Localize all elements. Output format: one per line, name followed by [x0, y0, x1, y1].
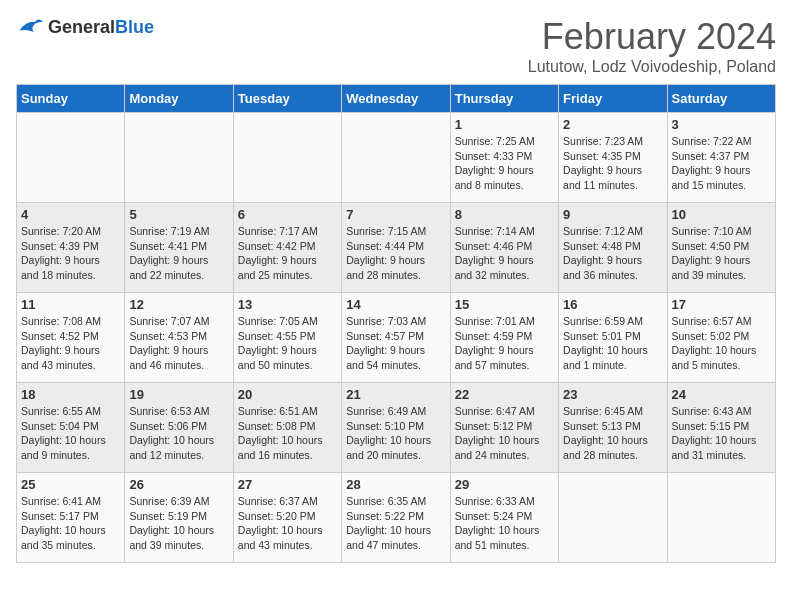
logo: GeneralBlue	[16, 16, 154, 38]
calendar-cell: 8Sunrise: 7:14 AM Sunset: 4:46 PM Daylig…	[450, 203, 558, 293]
day-info: Sunrise: 7:10 AM Sunset: 4:50 PM Dayligh…	[672, 224, 771, 283]
location-subtitle: Lututow, Lodz Voivodeship, Poland	[528, 58, 776, 76]
calendar-cell: 6Sunrise: 7:17 AM Sunset: 4:42 PM Daylig…	[233, 203, 341, 293]
calendar-cell: 26Sunrise: 6:39 AM Sunset: 5:19 PM Dayli…	[125, 473, 233, 563]
calendar-body: 1Sunrise: 7:25 AM Sunset: 4:33 PM Daylig…	[17, 113, 776, 563]
calendar-table: SundayMondayTuesdayWednesdayThursdayFrid…	[16, 84, 776, 563]
day-number: 22	[455, 387, 554, 402]
logo-general: General	[48, 17, 115, 37]
day-info: Sunrise: 7:23 AM Sunset: 4:35 PM Dayligh…	[563, 134, 662, 193]
day-number: 17	[672, 297, 771, 312]
calendar-cell: 1Sunrise: 7:25 AM Sunset: 4:33 PM Daylig…	[450, 113, 558, 203]
day-number: 5	[129, 207, 228, 222]
day-number: 6	[238, 207, 337, 222]
calendar-cell: 20Sunrise: 6:51 AM Sunset: 5:08 PM Dayli…	[233, 383, 341, 473]
day-info: Sunrise: 7:05 AM Sunset: 4:55 PM Dayligh…	[238, 314, 337, 373]
day-number: 16	[563, 297, 662, 312]
calendar-week-row: 11Sunrise: 7:08 AM Sunset: 4:52 PM Dayli…	[17, 293, 776, 383]
title-area: February 2024 Lututow, Lodz Voivodeship,…	[528, 16, 776, 76]
calendar-cell: 29Sunrise: 6:33 AM Sunset: 5:24 PM Dayli…	[450, 473, 558, 563]
calendar-cell: 17Sunrise: 6:57 AM Sunset: 5:02 PM Dayli…	[667, 293, 775, 383]
day-number: 27	[238, 477, 337, 492]
logo-blue: Blue	[115, 17, 154, 37]
day-info: Sunrise: 7:17 AM Sunset: 4:42 PM Dayligh…	[238, 224, 337, 283]
day-number: 29	[455, 477, 554, 492]
day-info: Sunrise: 6:57 AM Sunset: 5:02 PM Dayligh…	[672, 314, 771, 373]
calendar-cell: 14Sunrise: 7:03 AM Sunset: 4:57 PM Dayli…	[342, 293, 450, 383]
day-number: 20	[238, 387, 337, 402]
day-info: Sunrise: 6:37 AM Sunset: 5:20 PM Dayligh…	[238, 494, 337, 553]
day-info: Sunrise: 7:20 AM Sunset: 4:39 PM Dayligh…	[21, 224, 120, 283]
day-number: 26	[129, 477, 228, 492]
day-number: 18	[21, 387, 120, 402]
day-of-week-header: Saturday	[667, 85, 775, 113]
calendar-cell: 19Sunrise: 6:53 AM Sunset: 5:06 PM Dayli…	[125, 383, 233, 473]
day-number: 1	[455, 117, 554, 132]
day-info: Sunrise: 6:41 AM Sunset: 5:17 PM Dayligh…	[21, 494, 120, 553]
day-info: Sunrise: 7:12 AM Sunset: 4:48 PM Dayligh…	[563, 224, 662, 283]
day-info: Sunrise: 7:14 AM Sunset: 4:46 PM Dayligh…	[455, 224, 554, 283]
day-info: Sunrise: 7:07 AM Sunset: 4:53 PM Dayligh…	[129, 314, 228, 373]
calendar-week-row: 18Sunrise: 6:55 AM Sunset: 5:04 PM Dayli…	[17, 383, 776, 473]
day-number: 13	[238, 297, 337, 312]
day-of-week-header: Thursday	[450, 85, 558, 113]
day-info: Sunrise: 7:03 AM Sunset: 4:57 PM Dayligh…	[346, 314, 445, 373]
day-number: 9	[563, 207, 662, 222]
day-number: 19	[129, 387, 228, 402]
calendar-cell: 12Sunrise: 7:07 AM Sunset: 4:53 PM Dayli…	[125, 293, 233, 383]
calendar-cell: 27Sunrise: 6:37 AM Sunset: 5:20 PM Dayli…	[233, 473, 341, 563]
calendar-cell: 25Sunrise: 6:41 AM Sunset: 5:17 PM Dayli…	[17, 473, 125, 563]
day-number: 21	[346, 387, 445, 402]
calendar-cell	[125, 113, 233, 203]
calendar-cell: 28Sunrise: 6:35 AM Sunset: 5:22 PM Dayli…	[342, 473, 450, 563]
logo-text: GeneralBlue	[48, 17, 154, 38]
day-number: 24	[672, 387, 771, 402]
logo-bird-icon	[16, 16, 44, 38]
calendar-cell: 5Sunrise: 7:19 AM Sunset: 4:41 PM Daylig…	[125, 203, 233, 293]
day-number: 15	[455, 297, 554, 312]
calendar-cell: 7Sunrise: 7:15 AM Sunset: 4:44 PM Daylig…	[342, 203, 450, 293]
day-number: 14	[346, 297, 445, 312]
day-of-week-header: Monday	[125, 85, 233, 113]
day-info: Sunrise: 6:45 AM Sunset: 5:13 PM Dayligh…	[563, 404, 662, 463]
calendar-cell: 21Sunrise: 6:49 AM Sunset: 5:10 PM Dayli…	[342, 383, 450, 473]
day-info: Sunrise: 6:47 AM Sunset: 5:12 PM Dayligh…	[455, 404, 554, 463]
calendar-cell: 11Sunrise: 7:08 AM Sunset: 4:52 PM Dayli…	[17, 293, 125, 383]
day-info: Sunrise: 7:25 AM Sunset: 4:33 PM Dayligh…	[455, 134, 554, 193]
day-info: Sunrise: 6:51 AM Sunset: 5:08 PM Dayligh…	[238, 404, 337, 463]
day-number: 3	[672, 117, 771, 132]
day-of-week-header: Friday	[559, 85, 667, 113]
calendar-cell	[667, 473, 775, 563]
day-info: Sunrise: 6:55 AM Sunset: 5:04 PM Dayligh…	[21, 404, 120, 463]
calendar-header-row: SundayMondayTuesdayWednesdayThursdayFrid…	[17, 85, 776, 113]
calendar-cell: 22Sunrise: 6:47 AM Sunset: 5:12 PM Dayli…	[450, 383, 558, 473]
calendar-cell	[559, 473, 667, 563]
day-info: Sunrise: 7:15 AM Sunset: 4:44 PM Dayligh…	[346, 224, 445, 283]
day-info: Sunrise: 7:08 AM Sunset: 4:52 PM Dayligh…	[21, 314, 120, 373]
calendar-cell: 23Sunrise: 6:45 AM Sunset: 5:13 PM Dayli…	[559, 383, 667, 473]
day-of-week-header: Sunday	[17, 85, 125, 113]
day-number: 28	[346, 477, 445, 492]
day-info: Sunrise: 7:01 AM Sunset: 4:59 PM Dayligh…	[455, 314, 554, 373]
calendar-cell: 9Sunrise: 7:12 AM Sunset: 4:48 PM Daylig…	[559, 203, 667, 293]
day-info: Sunrise: 6:43 AM Sunset: 5:15 PM Dayligh…	[672, 404, 771, 463]
day-number: 12	[129, 297, 228, 312]
day-info: Sunrise: 6:53 AM Sunset: 5:06 PM Dayligh…	[129, 404, 228, 463]
calendar-cell	[342, 113, 450, 203]
calendar-cell: 24Sunrise: 6:43 AM Sunset: 5:15 PM Dayli…	[667, 383, 775, 473]
day-info: Sunrise: 6:39 AM Sunset: 5:19 PM Dayligh…	[129, 494, 228, 553]
day-number: 8	[455, 207, 554, 222]
calendar-cell: 18Sunrise: 6:55 AM Sunset: 5:04 PM Dayli…	[17, 383, 125, 473]
calendar-week-row: 1Sunrise: 7:25 AM Sunset: 4:33 PM Daylig…	[17, 113, 776, 203]
calendar-week-row: 4Sunrise: 7:20 AM Sunset: 4:39 PM Daylig…	[17, 203, 776, 293]
page-header: GeneralBlue February 2024 Lututow, Lodz …	[16, 16, 776, 76]
day-info: Sunrise: 7:19 AM Sunset: 4:41 PM Dayligh…	[129, 224, 228, 283]
day-of-week-header: Wednesday	[342, 85, 450, 113]
day-info: Sunrise: 7:22 AM Sunset: 4:37 PM Dayligh…	[672, 134, 771, 193]
calendar-cell: 2Sunrise: 7:23 AM Sunset: 4:35 PM Daylig…	[559, 113, 667, 203]
calendar-cell: 10Sunrise: 7:10 AM Sunset: 4:50 PM Dayli…	[667, 203, 775, 293]
day-number: 7	[346, 207, 445, 222]
day-number: 2	[563, 117, 662, 132]
day-number: 4	[21, 207, 120, 222]
calendar-cell: 3Sunrise: 7:22 AM Sunset: 4:37 PM Daylig…	[667, 113, 775, 203]
